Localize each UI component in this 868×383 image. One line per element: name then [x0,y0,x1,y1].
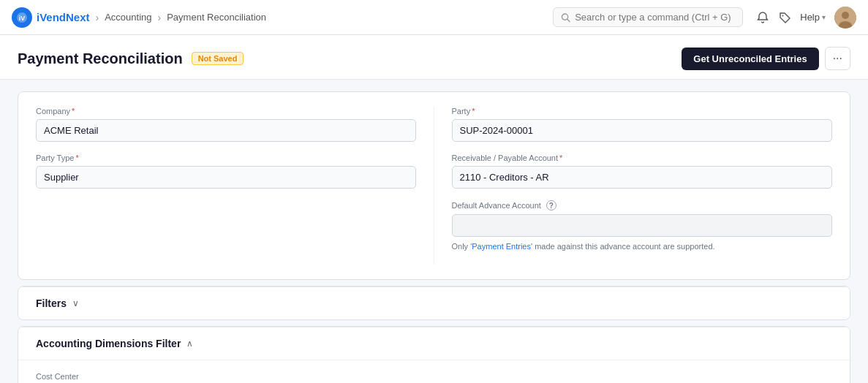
notification-bell-button[interactable] [756,11,769,24]
company-required: * [72,107,75,115]
party-type-input[interactable] [36,166,416,189]
accounting-dimensions-header[interactable]: Accounting Dimensions Filter ∧ [18,327,850,360]
page-title-area: Payment Reconciliation Not Saved [18,50,244,67]
receivable-payable-label: Receivable / Payable Account* [452,153,833,162]
more-options-button[interactable]: ··· [825,47,850,70]
filters-header[interactable]: Filters ∨ [18,287,850,319]
advance-note: Only 'Payment Entries' made against this… [452,240,833,253]
search-bar[interactable] [553,7,743,27]
accounting-dimensions-chevron-icon: ∧ [186,338,193,349]
nav-icons: Help ▾ [756,7,856,29]
svg-text:iV: iV [19,15,26,22]
company-label: Company* [36,107,416,115]
default-advance-label: Default Advance Account ? [452,200,833,211]
default-advance-input[interactable] [452,214,833,237]
page-header: Payment Reconciliation Not Saved Get Unr… [0,35,868,80]
party-type-label: Party Type* [36,153,416,162]
svg-line-3 [567,19,570,21]
party-input[interactable] [452,119,833,142]
default-advance-field-group: Default Advance Account ? Only 'Payment … [452,200,833,253]
form-grid: Company* Party Type* Party* [36,107,832,265]
receivable-required: * [559,153,562,162]
bell-icon [756,11,769,24]
user-avatar[interactable] [834,7,856,29]
accounting-dimensions-label: Accounting Dimensions Filter [36,338,181,349]
party-label: Party* [452,107,833,115]
breadcrumb-sep-2: › [158,12,162,23]
form-col-right: Party* Receivable / Payable Account* Def… [434,107,833,265]
receivable-payable-input[interactable] [452,166,833,189]
company-input[interactable] [36,119,416,142]
payment-entries-link[interactable]: Payment Entries [472,242,531,251]
svg-point-4 [782,15,784,16]
accounting-dimensions-section: Accounting Dimensions Filter ∧ Cost Cent… [18,326,850,384]
not-saved-badge: Not Saved [192,52,244,65]
default-advance-help-icon[interactable]: ? [546,200,556,211]
filters-label: Filters [36,297,67,309]
help-button[interactable]: Help ▾ [800,12,826,23]
company-field-group: Company* [36,107,416,142]
logo-icon: iV [12,7,32,28]
search-icon [561,12,570,23]
party-required: * [472,107,475,115]
get-unreconciled-button[interactable]: Get Unreconciled Entries [682,48,818,70]
cost-center-label: Cost Center [36,372,832,381]
breadcrumb-current: Payment Reconciliation [167,12,266,23]
receivable-payable-field-group: Receivable / Payable Account* [452,153,833,189]
filters-chevron-icon: ∨ [72,298,79,308]
breadcrumb-sep-1: › [96,12,99,23]
app-name: iVendNext [37,11,90,23]
tag-button[interactable] [778,11,791,24]
page-title: Payment Reconciliation [18,50,183,67]
top-navigation: iV iVendNext › Accounting › Payment Reco… [0,0,868,35]
help-chevron-icon: ▾ [822,13,826,21]
party-field-group: Party* [452,107,833,142]
header-actions: Get Unreconciled Entries ··· [682,47,850,70]
breadcrumb-accounting[interactable]: Accounting [105,12,151,23]
avatar-image [834,7,856,29]
help-label: Help [800,12,820,23]
tag-icon [778,11,791,24]
main-content: Company* Party Type* Party* [0,80,868,383]
party-type-required: * [75,153,78,162]
form-col-left: Company* Party Type* [36,107,434,265]
accounting-dimensions-body: Cost Center [18,360,850,384]
app-logo[interactable]: iV iVendNext [12,7,90,28]
form-card: Company* Party Type* Party* [18,91,850,280]
search-input[interactable] [575,12,735,23]
filters-section: Filters ∨ [18,286,850,320]
party-type-field-group: Party Type* [36,153,416,189]
cost-center-field-group: Cost Center [36,372,832,384]
svg-point-6 [842,12,849,19]
